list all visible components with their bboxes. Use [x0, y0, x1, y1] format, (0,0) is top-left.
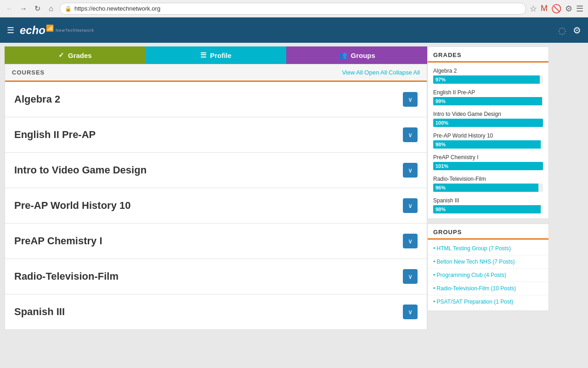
- block-icon[interactable]: 🚫: [551, 4, 561, 14]
- profile-tab-label: Profile: [210, 52, 232, 59]
- grades-icon: ✓: [58, 51, 64, 59]
- expand-spanish-button[interactable]: ∨: [403, 305, 418, 319]
- grade-course-label: Intro to Video Game Design: [433, 111, 543, 117]
- grade-course-label: Radio-Television-Film: [433, 176, 543, 182]
- grade-item-radio: Radio-Television-Film 96%: [428, 173, 548, 195]
- grades-list: Algebra 2 97% English II Pre-AP 99%: [428, 63, 548, 218]
- grade-bar-container: 100%: [433, 119, 543, 127]
- course-item: Algebra 2 ∨: [5, 82, 427, 117]
- grade-item-worldhistory: Pre-AP World History 10 98%: [428, 130, 548, 151]
- expand-algebra2-button[interactable]: ∨: [403, 92, 418, 107]
- url-text: https://echo.newtechnetwork.org: [74, 5, 160, 12]
- grade-course-label: PreAP Chemistry I: [433, 154, 543, 161]
- grade-bar: 100%: [433, 119, 543, 127]
- grade-bar: 101%: [433, 162, 543, 170]
- grade-bar: 98%: [433, 140, 541, 149]
- menu-icon[interactable]: ☰: [576, 4, 583, 14]
- course-name-worldhistory: Pre-AP World History 10: [14, 200, 130, 212]
- grade-bar: 98%: [433, 205, 541, 213]
- group-item-radio[interactable]: • Radio-Television-Film (10 Posts): [428, 282, 548, 295]
- grade-bar: 97%: [433, 75, 540, 84]
- grades-sidebar-title: GRADES: [428, 47, 548, 63]
- back-button[interactable]: ←: [5, 4, 15, 14]
- course-item: English II Pre-AP ∨: [5, 117, 427, 153]
- grade-bar-container: 99%: [433, 97, 543, 105]
- wifi-icon: 📶: [46, 24, 54, 32]
- settings-icon[interactable]: ⚙: [565, 4, 572, 14]
- grade-percent: 98%: [435, 207, 446, 212]
- groups-tab-label: Groups: [351, 52, 375, 59]
- forward-button[interactable]: →: [18, 4, 28, 14]
- browser-action-icons: ☆ M 🚫 ⚙ ☰: [530, 4, 583, 14]
- main-area: ✓ Grades ☰ Profile 👥 Groups COURSES View…: [0, 43, 588, 334]
- group-item-programming[interactable]: • Programming Club (4 Posts): [428, 269, 548, 282]
- grade-bar-container: 96%: [433, 184, 543, 192]
- header-right: ◌ ⚙: [558, 25, 581, 36]
- groups-sidebar-section: GROUPS • HTML Testing Group (7 Posts) • …: [427, 224, 549, 311]
- address-bar[interactable]: 🔒 https://echo.newtechnetwork.org: [60, 3, 526, 15]
- group-item-html[interactable]: • HTML Testing Group (7 Posts): [428, 242, 548, 255]
- course-item: Radio-Television-Film ∨: [5, 259, 427, 294]
- header-left: ☰ echo 📶 NewTechNetwork: [7, 24, 94, 37]
- groups-sidebar-title: GROUPS: [428, 224, 548, 240]
- groups-list: • HTML Testing Group (7 Posts) • Belton …: [428, 240, 548, 310]
- grade-course-label: Pre-AP World History 10: [433, 132, 543, 139]
- course-name-algebra2: Algebra 2: [14, 93, 60, 105]
- courses-actions[interactable]: View All Open All Collapse All: [342, 69, 420, 76]
- browser-chrome: ← → ↻ ⌂ 🔒 https://echo.newtechnetwork.or…: [0, 0, 588, 17]
- grade-percent: 100%: [435, 120, 448, 126]
- grade-course-label: English II Pre-AP: [433, 89, 543, 96]
- expand-chemistry-button[interactable]: ∨: [403, 234, 418, 248]
- grade-item-videogame: Intro to Video Game Design 100%: [428, 108, 548, 130]
- refresh-button[interactable]: ↻: [32, 4, 42, 14]
- tab-navigation: ✓ Grades ☰ Profile 👥 Groups: [5, 46, 427, 64]
- grade-percent: 101%: [435, 163, 448, 169]
- grade-percent: 97%: [435, 77, 446, 82]
- logo-text: echo: [20, 24, 45, 37]
- grade-course-label: Spanish III: [433, 197, 543, 204]
- expand-worldhistory-button[interactable]: ∨: [403, 198, 418, 213]
- course-name-radio: Radio-Television-Film: [14, 270, 119, 282]
- star-icon[interactable]: ☆: [530, 4, 537, 14]
- group-item-psat[interactable]: • PSAT/SAT Preparation (1 Post): [428, 295, 548, 308]
- grades-tab-label: Grades: [68, 52, 92, 59]
- app-header: ☰ echo 📶 NewTechNetwork ◌ ⚙: [0, 17, 588, 43]
- expand-videogame-button[interactable]: ∨: [403, 163, 418, 178]
- grade-course-label: Algebra 2: [433, 68, 543, 74]
- courses-panel: COURSES View All Open All Collapse All A…: [5, 64, 427, 330]
- grade-percent: 96%: [435, 185, 446, 190]
- grade-bar: 96%: [433, 184, 538, 192]
- echo-logo: echo 📶 NewTechNetwork: [20, 24, 94, 37]
- left-panel: ✓ Grades ☰ Profile 👥 Groups COURSES View…: [5, 46, 423, 330]
- grades-sidebar-section: GRADES Algebra 2 97% English II Pre-AP 9…: [427, 46, 549, 219]
- profile-icon: ☰: [200, 51, 206, 59]
- tab-grades[interactable]: ✓ Grades: [5, 46, 146, 64]
- grade-bar-container: 98%: [433, 140, 543, 149]
- course-name-spanish: Spanish III: [14, 306, 65, 318]
- hamburger-menu-button[interactable]: ☰: [7, 25, 14, 35]
- grade-percent: 99%: [435, 98, 446, 104]
- ssl-lock-icon: 🔒: [65, 6, 72, 12]
- grade-percent: 98%: [435, 142, 446, 147]
- course-name-videogame: Intro to Video Game Design: [14, 164, 147, 176]
- grade-item-english: English II Pre-AP 99%: [428, 86, 548, 108]
- expand-radio-button[interactable]: ∨: [403, 269, 418, 284]
- course-name-english: English II Pre-AP: [14, 129, 96, 141]
- gmail-icon[interactable]: M: [541, 4, 548, 13]
- expand-english-button[interactable]: ∨: [403, 127, 418, 142]
- home-button[interactable]: ⌂: [46, 4, 56, 14]
- grade-item-algebra2: Algebra 2 97%: [428, 65, 548, 86]
- course-item: Spanish III ∨: [5, 294, 427, 329]
- course-item: PreAP Chemistry I ∨: [5, 224, 427, 259]
- logo-subtitle: NewTechNetwork: [56, 28, 94, 33]
- groups-icon: 👥: [339, 51, 347, 59]
- grade-bar-container: 98%: [433, 205, 543, 213]
- right-sidebar: GRADES Algebra 2 97% English II Pre-AP 9…: [427, 46, 549, 330]
- course-item: Pre-AP World History 10 ∨: [5, 188, 427, 224]
- grade-bar: 99%: [433, 97, 542, 105]
- group-item-nhs[interactable]: • Belton New Tech NHS (7 Posts): [428, 255, 548, 269]
- grade-item-chemistry: PreAP Chemistry I 101%: [428, 151, 548, 173]
- settings-gear-icon[interactable]: ⚙: [573, 25, 581, 36]
- tab-profile[interactable]: ☰ Profile: [146, 46, 287, 64]
- tab-groups[interactable]: 👥 Groups: [286, 46, 427, 64]
